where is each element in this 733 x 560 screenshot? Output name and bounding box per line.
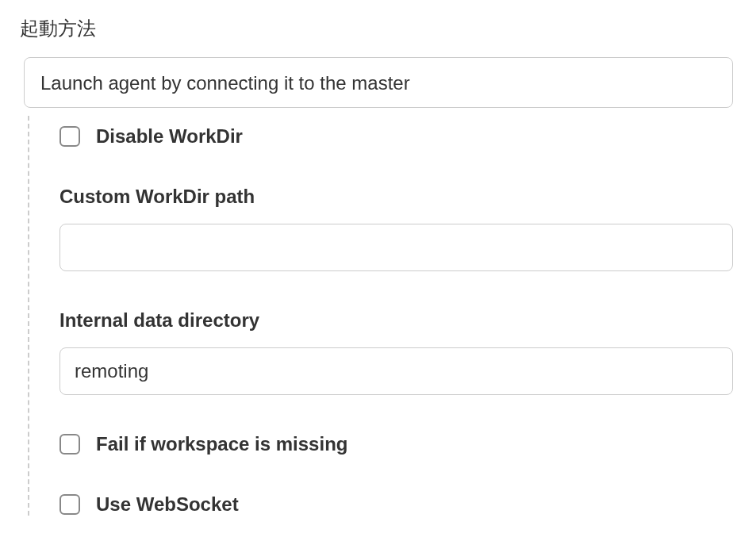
launch-method-select-wrapper: Launch agent by connecting it to the mas… [24, 57, 733, 108]
use-websocket-label[interactable]: Use WebSocket [96, 493, 239, 516]
fail-if-missing-checkbox[interactable] [59, 434, 80, 455]
use-websocket-checkbox[interactable] [59, 494, 80, 515]
internal-data-dir-group: Internal data directory [59, 309, 733, 395]
disable-workdir-label[interactable]: Disable WorkDir [96, 125, 243, 148]
launch-method-select[interactable]: Launch agent by connecting it to the mas… [24, 57, 733, 108]
custom-workdir-input[interactable] [59, 224, 733, 271]
disable-workdir-row: Disable WorkDir [59, 125, 733, 148]
custom-workdir-group: Custom WorkDir path [59, 186, 733, 271]
custom-workdir-label: Custom WorkDir path [59, 186, 733, 208]
disable-workdir-checkbox[interactable] [59, 126, 80, 147]
fail-if-missing-row: Fail if workspace is missing [59, 433, 733, 455]
fail-if-missing-label[interactable]: Fail if workspace is missing [96, 433, 347, 455]
launch-method-options-section: Disable WorkDir Custom WorkDir path Inte… [28, 116, 733, 516]
internal-data-dir-input[interactable] [59, 347, 733, 395]
internal-data-dir-label: Internal data directory [59, 309, 733, 332]
use-websocket-row: Use WebSocket [59, 493, 733, 516]
launch-method-label: 起動方法 [20, 16, 733, 41]
